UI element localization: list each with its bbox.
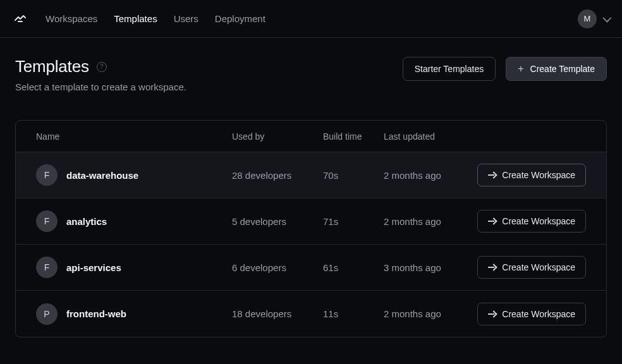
- name-cell: Fapi-services: [36, 257, 232, 278]
- page-header: Templates ? Select a template to create …: [15, 57, 607, 92]
- table-body: Fdata-warehouse28 developers70s2 months …: [16, 152, 606, 337]
- last-updated-cell: 3 months ago: [384, 262, 475, 273]
- table-row[interactable]: Fapi-services6 developers61s3 months ago…: [16, 245, 606, 291]
- used-by-cell: 18 developers: [232, 308, 323, 319]
- build-time-cell: 11s: [323, 308, 384, 319]
- create-workspace-label: Create Workspace: [502, 262, 575, 272]
- title-block: Templates ? Select a template to create …: [15, 57, 186, 92]
- name-cell: Pfrontend-web: [36, 303, 232, 325]
- create-template-button[interactable]: + Create Template: [506, 57, 607, 81]
- template-name: api-services: [66, 262, 121, 273]
- page-body: Templates ? Select a template to create …: [0, 38, 622, 337]
- last-updated-cell: 2 months ago: [384, 170, 475, 181]
- create-template-label: Create Template: [530, 64, 595, 74]
- actions-cell: Create Workspace: [475, 303, 586, 325]
- name-cell: Fdata-warehouse: [36, 164, 232, 186]
- create-workspace-button[interactable]: Create Workspace: [477, 303, 586, 325]
- table-row[interactable]: Fdata-warehouse28 developers70s2 months …: [16, 152, 606, 198]
- arrow-right-icon: [488, 264, 496, 271]
- create-workspace-button[interactable]: Create Workspace: [477, 164, 586, 186]
- col-used-by: Used by: [232, 131, 323, 142]
- last-updated-cell: 2 months ago: [384, 216, 475, 227]
- nav-item-users[interactable]: Users: [174, 13, 198, 24]
- template-name: data-warehouse: [66, 170, 138, 181]
- plus-icon: +: [518, 64, 523, 74]
- used-by-cell: 28 developers: [232, 170, 323, 181]
- arrow-right-icon: [488, 217, 496, 225]
- help-icon[interactable]: ?: [97, 62, 107, 72]
- actions-cell: Create Workspace: [475, 210, 586, 233]
- chevron-down-icon[interactable]: [602, 13, 611, 22]
- create-workspace-button[interactable]: Create Workspace: [477, 210, 586, 233]
- page-subtitle: Select a template to create a workspace.: [15, 82, 186, 92]
- name-cell: Fanalytics: [36, 210, 232, 232]
- template-name: frontend-web: [66, 308, 126, 319]
- build-time-cell: 61s: [323, 262, 384, 273]
- nav-left: Workspaces Templates Users Deployment: [13, 11, 265, 27]
- create-workspace-label: Create Workspace: [502, 170, 575, 180]
- used-by-cell: 5 developers: [232, 216, 323, 227]
- nav-item-workspaces[interactable]: Workspaces: [46, 13, 97, 24]
- actions-cell: Create Workspace: [475, 256, 586, 279]
- arrow-right-icon: [488, 171, 496, 179]
- col-last-updated: Last updated: [384, 131, 475, 142]
- user-avatar[interactable]: M: [578, 9, 597, 28]
- nav-items: Workspaces Templates Users Deployment: [46, 13, 265, 24]
- build-time-cell: 70s: [323, 170, 384, 181]
- build-time-cell: 71s: [323, 216, 384, 227]
- nav-item-deployment[interactable]: Deployment: [215, 13, 265, 24]
- table-row[interactable]: Pfrontend-web18 developers11s2 months ag…: [16, 291, 606, 337]
- create-workspace-label: Create Workspace: [502, 216, 575, 226]
- nav-item-templates[interactable]: Templates: [114, 13, 157, 24]
- template-name: analytics: [66, 216, 107, 227]
- template-avatar: F: [36, 257, 58, 278]
- templates-table: Name Used by Build time Last updated Fda…: [15, 120, 607, 337]
- col-name: Name: [36, 131, 232, 142]
- actions-cell: Create Workspace: [475, 164, 586, 186]
- table-row[interactable]: Fanalytics5 developers71s2 months agoCre…: [16, 198, 606, 245]
- arrow-right-icon: [488, 310, 496, 318]
- title-row: Templates ?: [15, 57, 186, 76]
- header-actions: Starter Templates + Create Template: [403, 57, 607, 81]
- table-header: Name Used by Build time Last updated: [16, 121, 606, 152]
- nav-right: M: [578, 9, 609, 28]
- template-avatar: F: [36, 164, 58, 186]
- page-title: Templates: [15, 57, 89, 76]
- starter-templates-label: Starter Templates: [415, 64, 484, 74]
- create-workspace-label: Create Workspace: [502, 309, 575, 319]
- app-logo-icon[interactable]: [13, 11, 28, 27]
- used-by-cell: 6 developers: [232, 262, 323, 273]
- last-updated-cell: 2 months ago: [384, 308, 475, 319]
- template-avatar: F: [36, 210, 58, 232]
- create-workspace-button[interactable]: Create Workspace: [477, 256, 586, 279]
- template-avatar: P: [36, 303, 58, 325]
- col-build-time: Build time: [323, 131, 384, 142]
- top-nav: Workspaces Templates Users Deployment M: [0, 0, 622, 38]
- starter-templates-button[interactable]: Starter Templates: [403, 57, 496, 81]
